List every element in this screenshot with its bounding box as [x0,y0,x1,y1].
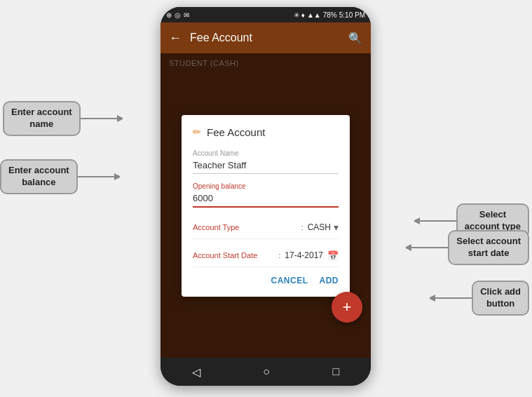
account-type-value: CASH [308,222,331,232]
svg-marker-7 [406,244,411,251]
svg-marker-9 [430,295,435,302]
account-date-value: 17-4-2017 [285,250,323,260]
add-button[interactable]: ADD [320,276,339,285]
opening-balance-input[interactable] [193,191,339,208]
status-info: ✳ ♦ ▲▲ 78% 5:10 PM [294,11,365,19]
time-text: 5:10 PM [339,11,365,19]
cancel-button[interactable]: CANCEL [271,276,308,285]
calendar-icon[interactable]: 📅 [327,250,339,261]
fab-add-button[interactable]: + [332,292,362,323]
opening-balance-field: Opening balance [193,182,339,208]
nav-back-button[interactable]: ◁ [192,365,200,379]
whatsapp-icon: ◎ [175,11,181,19]
app-bar: ← Fee Account 🔍 [161,22,371,53]
main-content: STUDENT (CASH) ✏ Fee Account Account Nam… [161,53,371,358]
status-icons-left: ⊕ ◎ ✉ [166,11,189,19]
account-type-colon: : [301,223,303,231]
account-name-label: Account Name [193,149,339,157]
enter-balance-arrow [78,170,120,184]
click-add-callout: Click add button [472,281,529,316]
enter-name-callout: Enter account name [3,101,81,136]
click-add-arrow [430,291,472,305]
app-bar-title: Fee Account [190,32,348,44]
nav-home-button[interactable]: ○ [263,365,270,378]
nav-recent-button[interactable]: □ [333,365,340,378]
callout-enter-balance: Enter account balance [0,159,120,194]
battery-text: 78% [323,11,337,19]
account-type-label: Account Type [193,223,297,231]
opening-balance-label: Opening balance [193,182,339,190]
select-type-arrow [414,214,456,228]
svg-marker-3 [114,173,120,180]
email-icon: ✉ [184,11,189,19]
fee-account-dialog: ✏ Fee Account Account Name Opening balan… [182,115,350,297]
svg-marker-1 [117,115,123,122]
bluetooth-icon: ✳ [294,11,299,19]
back-button[interactable]: ← [169,31,182,46]
svg-marker-5 [414,217,420,224]
select-date-arrow [406,241,448,255]
account-date-label: Account Start Date [193,251,274,260]
dropdown-arrow-icon[interactable]: ▾ [334,222,339,233]
callout-select-date: Select account start date [406,230,529,265]
grid-icon: ⊕ [166,11,172,19]
dialog-title: Fee Account [207,126,265,138]
account-date-row[interactable]: Account Start Date : 17-4-2017 📅 [193,245,339,267]
enter-balance-callout: Enter account balance [0,159,78,194]
account-name-input[interactable] [193,159,339,174]
callout-enter-name: Enter account name [3,101,123,136]
search-icon[interactable]: 🔍 [348,32,362,45]
status-bar: ⊕ ◎ ✉ ✳ ♦ ▲▲ 78% 5:10 PM [161,7,371,22]
bottom-nav: ◁ ○ □ [161,358,371,386]
headphone-icon: ♦ [301,11,305,19]
callout-click-add: Click add button [430,281,529,316]
dialog-buttons: CANCEL ADD [193,276,339,285]
account-name-field: Account Name [193,149,339,174]
select-date-callout: Select account start date [448,230,529,265]
dialog-title-row: ✏ Fee Account [193,126,339,138]
enter-name-arrow [81,112,123,126]
edit-icon: ✏ [193,126,201,137]
signal-icon: ▲▲ [307,11,321,19]
account-type-row[interactable]: Account Type : CASH ▾ [193,216,339,239]
account-date-colon: : [278,251,280,260]
